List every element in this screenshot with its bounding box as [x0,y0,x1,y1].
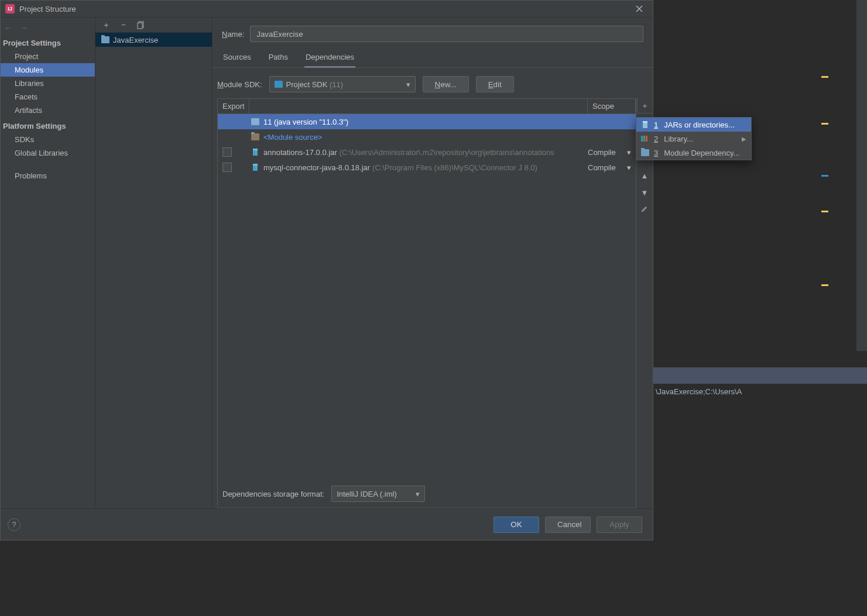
sidebar-item-project[interactable]: Project [1,50,95,63]
scope-combo[interactable]: Compile▾ [588,163,636,172]
menu-shortcut: 1 [654,121,658,129]
svg-rect-8 [641,136,643,142]
module-editor: Name: Sources Paths Dependencies Module … [213,18,653,508]
project-structure-dialog: IJ Project Structure ← → Project Setting… [0,0,653,541]
tab-paths[interactable]: Paths [268,49,289,67]
svg-rect-1 [138,23,142,29]
sidebar-item-libraries[interactable]: Libraries [1,77,95,90]
module-list-panel: ＋ − JavaExercise [95,18,213,508]
gutter-marker [821,284,828,286]
edit-dependency-icon[interactable] [641,205,648,212]
dialog-titlebar[interactable]: IJ Project Structure [1,1,653,18]
jar-icon [641,121,649,129]
sidebar-item-facets[interactable]: Facets [1,90,95,104]
sdk-folder-icon [251,118,260,125]
svg-rect-10 [646,136,647,142]
module-folder-icon [641,149,649,156]
menu-label: Module Dependency... [664,149,739,157]
svg-rect-7 [643,121,647,123]
source-folder-icon [251,133,260,140]
settings-sidebar: ← → Project Settings Project Modules Lib… [1,18,95,508]
gutter-marker [821,175,828,177]
module-sdk-combo[interactable]: Project SDK (11) ▾ [269,76,416,92]
menu-item-library[interactable]: 2 Library... ▶ [636,132,751,146]
export-checkbox[interactable] [222,163,232,172]
sidebar-item-global-libraries[interactable]: Global Libraries [1,146,95,160]
menu-shortcut: 3 [654,149,658,157]
sdk-folder-icon [275,81,283,88]
app-icon: IJ [5,4,15,13]
sidebar-item-sdks[interactable]: SDKs [1,133,95,146]
scope-combo[interactable]: Compile▾ [588,148,636,157]
new-sdk-button[interactable]: New... [423,76,469,92]
submenu-arrow-icon: ▶ [742,136,746,142]
menu-label: JARs or directories... [664,121,735,129]
table-row[interactable]: <Module source> [218,129,636,144]
dep-label: mysql-connector-java-8.0.18.jar(C:\Progr… [263,163,537,172]
table-header: Export Scope [218,99,636,114]
nav-history: ← → [1,21,95,34]
forward-icon[interactable]: → [20,23,28,32]
sidebar-heading: Platform Settings [1,117,95,133]
chevron-down-icon: ▾ [406,80,410,89]
gutter-marker [821,76,828,78]
dialog-title: Project Structure [19,5,76,13]
remove-icon[interactable]: − [119,20,128,30]
module-item[interactable]: JavaExercise [95,33,212,47]
add-dependency-menu: 1 JARs or directories... 2 Library... ▶ … [636,117,752,160]
add-dependency-button[interactable]: ＋ [637,98,652,113]
col-scope[interactable]: Scope [588,99,636,113]
sidebar-item-problems[interactable]: Problems [1,169,95,183]
cancel-button[interactable]: Cancel [545,517,591,533]
table-row[interactable]: 11 (java version "11.0.3") [218,114,636,129]
name-label: Name: [222,30,244,39]
export-checkbox[interactable] [222,147,232,157]
dialog-footer: ? OK Cancel Apply [1,508,653,540]
dep-label: annotations-17.0.0.jar(C:\Users\Administ… [263,148,554,157]
tab-dependencies[interactable]: Dependencies [304,49,355,68]
jar-icon [251,148,260,156]
col-export[interactable]: Export [218,99,249,113]
col-name[interactable] [249,99,588,113]
menu-label: Library... [664,135,693,143]
storage-format-combo[interactable]: IntelliJ IDEA (.iml) ▾ [331,486,425,502]
tab-sources[interactable]: Sources [222,49,252,67]
storage-value: IntelliJ IDEA (.iml) [337,490,397,498]
scrollbar-bg [856,0,867,351]
gutter-marker [821,123,828,125]
ok-button[interactable]: OK [494,517,539,533]
apply-button[interactable]: Apply [597,517,642,533]
table-row[interactable]: annotations-17.0.0.jar(C:\Users\Administ… [218,144,636,160]
sidebar-item-artifacts[interactable]: Artifacts [1,104,95,117]
table-row[interactable]: mysql-connector-java-8.0.18.jar(C:\Progr… [218,160,636,175]
edit-sdk-button[interactable]: Edit [476,76,514,92]
menu-item-jars[interactable]: 1 JARs or directories... [636,118,751,132]
menu-item-module-dep[interactable]: 3 Module Dependency... [636,146,751,160]
add-icon[interactable]: ＋ [101,20,111,30]
sidebar-item-modules[interactable]: Modules [1,63,95,77]
library-icon [641,135,649,142]
help-icon[interactable]: ? [8,518,20,531]
sdk-value: Project SDK (11) [286,80,344,89]
svg-rect-3 [253,149,258,150]
sdk-label: Module SDK: [217,80,262,89]
svg-rect-5 [253,164,258,166]
dependencies-table: Export Scope 11 (java version "11.0.3") [217,98,636,508]
copy-icon[interactable] [136,20,146,30]
gutter-marker [821,211,828,212]
chevron-down-icon: ▾ [627,163,631,172]
chevron-down-icon: ▾ [627,148,631,157]
jar-icon [251,163,260,171]
chevron-down-icon: ▾ [416,490,420,498]
sidebar-heading: Project Settings [1,34,95,50]
tool-window-header[interactable] [653,367,867,384]
console-output: \JavaExercise;C:\Users\A [653,384,867,616]
close-icon[interactable] [630,3,648,15]
back-icon[interactable]: ← [4,23,12,32]
move-down-icon[interactable]: ▼ [641,188,649,197]
module-folder-icon [101,36,109,43]
move-up-icon[interactable]: ▲ [641,171,649,180]
module-name-input[interactable] [250,26,643,42]
dep-label: 11 (java version "11.0.3") [263,118,348,126]
menu-shortcut: 2 [654,135,658,143]
